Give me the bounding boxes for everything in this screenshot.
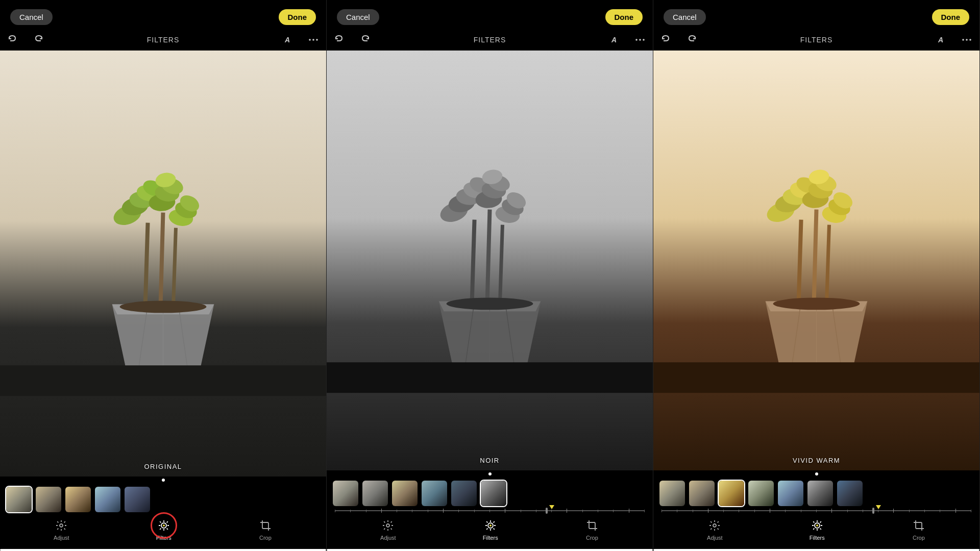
svg-point-26 (60, 524, 63, 527)
filter-thumb-0-original[interactable] (5, 486, 33, 513)
undo-icon-noir[interactable] (332, 32, 347, 47)
top-bar-noir: Cancel Done (327, 0, 653, 30)
auto-icon-noir[interactable]: A (607, 32, 622, 47)
tool-filters-noir[interactable]: Filters (483, 518, 498, 541)
done-button-vivid[interactable]: Done (932, 9, 970, 25)
redo-icon-original[interactable] (31, 32, 46, 47)
auto-icon-vivid[interactable]: A (934, 32, 949, 47)
filter-thumb-4-noir[interactable] (450, 480, 478, 507)
svg-point-31 (639, 39, 641, 41)
toolbar-noir: FILTERS A (327, 30, 653, 51)
bottom-toolbar-vivid: Adjust Filters Crop (653, 513, 979, 549)
top-bar-original: Cancel Done (0, 0, 326, 30)
svg-point-30 (635, 39, 638, 41)
tool-crop-vivid[interactable]: Crop (912, 518, 926, 541)
svg-point-60 (966, 39, 968, 41)
more-icon-vivid[interactable] (959, 32, 974, 47)
svg-point-59 (962, 39, 964, 41)
dot-indicator-noir (488, 472, 492, 475)
tool-filters-original[interactable]: Filters (156, 518, 172, 541)
filter-thumb-4-vivid[interactable] (777, 480, 804, 507)
filter-thumb-5-vivid[interactable] (806, 480, 834, 507)
filter-strip-vivid (653, 477, 979, 507)
tool-adjust-noir[interactable]: Adjust (380, 518, 396, 541)
undo-icon-vivid[interactable] (658, 32, 674, 47)
crop-icon-vivid (912, 518, 926, 533)
filter-thumb-1-original[interactable] (35, 486, 62, 513)
filter-thumb-2-noir[interactable] (391, 480, 419, 507)
svg-line-9 (145, 223, 148, 307)
dot-row-original (0, 477, 326, 483)
slider-triangle-vivid (876, 505, 881, 509)
cancel-button-vivid[interactable]: Cancel (664, 9, 706, 25)
filter-name-original: ORIGINAL (144, 463, 182, 470)
filter-thumb-3-noir[interactable] (421, 480, 448, 507)
crop-label-original: Crop (259, 535, 272, 541)
filter-thumb-4-original[interactable] (124, 486, 151, 513)
adjust-icon-vivid (707, 518, 722, 533)
svg-line-40 (500, 225, 502, 304)
svg-line-68 (814, 210, 817, 304)
bottom-line-original (0, 549, 326, 551)
svg-point-84 (713, 524, 716, 527)
slider-track-noir[interactable] (335, 510, 645, 511)
slider-triangle-noir (549, 505, 554, 509)
svg-point-61 (969, 39, 971, 41)
bottom-toolbar-noir: Adjust Filters Crop (327, 513, 653, 549)
filter-thumb-1-vivid[interactable] (688, 480, 716, 507)
tool-crop-noir[interactable]: Crop (585, 518, 599, 541)
dot-indicator-vivid (815, 472, 818, 475)
adjust-icon-original (54, 518, 68, 533)
filter-thumb-0-noir[interactable] (332, 480, 359, 507)
tool-crop-original[interactable]: Crop (258, 518, 273, 541)
filter-strip-original (0, 483, 326, 513)
crop-label-vivid: Crop (913, 535, 925, 541)
cancel-button-original[interactable]: Cancel (10, 9, 53, 25)
svg-point-2 (312, 39, 314, 41)
tool-adjust-vivid[interactable]: Adjust (707, 518, 723, 541)
toolbar-label-vivid: FILTERS (709, 36, 923, 44)
panel-original: Cancel Done FILTERS A (0, 0, 327, 551)
slider-start-marker-noir (546, 508, 548, 514)
bottom-line-noir (327, 549, 653, 551)
filters-icon-vivid (810, 518, 824, 533)
dot-row-vivid (653, 470, 979, 477)
svg-point-24 (120, 300, 207, 313)
filter-thumb-2-vivid[interactable] (718, 480, 745, 507)
filters-label-noir: Filters (483, 535, 498, 541)
crop-icon-noir (585, 518, 599, 533)
auto-icon-original[interactable]: A (280, 32, 296, 47)
svg-point-57 (489, 524, 492, 527)
slider-track-vivid[interactable] (662, 510, 971, 511)
redo-icon-noir[interactable] (357, 32, 373, 47)
adjust-icon-noir (381, 518, 395, 533)
filter-thumb-2-original[interactable] (64, 486, 92, 513)
filter-thumb-3-vivid[interactable] (747, 480, 775, 507)
svg-line-11 (173, 228, 176, 307)
svg-line-69 (826, 225, 829, 304)
done-button-noir[interactable]: Done (605, 9, 643, 25)
filters-label-vivid: Filters (810, 535, 825, 541)
filter-thumb-3-original[interactable] (94, 486, 121, 513)
image-area-vivid: VIVID WARM (653, 51, 979, 470)
adjust-label-vivid: Adjust (707, 535, 723, 541)
panel-noir: Cancel Done FILTERS A (327, 0, 653, 551)
image-area-noir: NOIR (327, 51, 653, 470)
toolbar-original: FILTERS A (0, 30, 326, 51)
undo-icon-original[interactable] (5, 32, 20, 47)
photo-original: ORIGINAL (0, 51, 326, 477)
tool-filters-vivid[interactable]: Filters (810, 518, 825, 541)
filter-thumb-6-vivid[interactable] (836, 480, 864, 507)
done-button-original[interactable]: Done (279, 9, 316, 25)
filter-thumb-0-vivid[interactable] (658, 480, 686, 507)
filter-thumb-1-noir[interactable] (361, 480, 389, 507)
slider-start-marker-vivid (872, 508, 874, 514)
more-icon-original[interactable] (306, 32, 321, 47)
svg-line-39 (487, 210, 490, 304)
cancel-button-noir[interactable]: Cancel (337, 9, 379, 25)
redo-icon-vivid[interactable] (684, 32, 699, 47)
tool-adjust-original[interactable]: Adjust (54, 518, 69, 541)
more-icon-noir[interactable] (632, 32, 648, 47)
svg-line-67 (799, 220, 801, 304)
filter-thumb-5-noir[interactable] (480, 480, 507, 507)
